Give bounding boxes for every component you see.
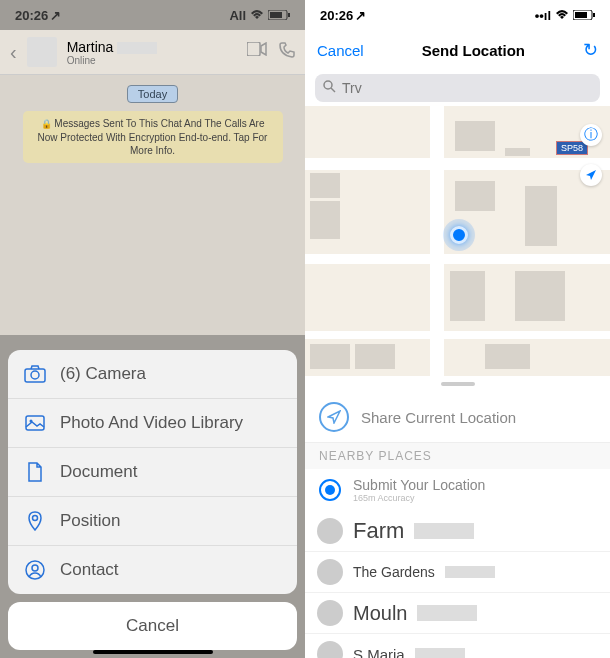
current-location-dot <box>450 226 468 244</box>
svg-point-8 <box>33 516 38 521</box>
svg-point-5 <box>31 371 39 379</box>
attachment-action-sheet: (6) Camera Photo And Video Library Docum… <box>0 342 305 658</box>
encryption-notice[interactable]: 🔒 Messages Sent To This Chat And The Cal… <box>23 111 283 163</box>
status-time: 20:26↗ <box>15 8 61 23</box>
place-row[interactable]: Farm <box>305 511 610 552</box>
sheet-label: (6) Camera <box>60 364 146 384</box>
position-icon <box>24 510 46 532</box>
sheet-item-position[interactable]: Position <box>8 497 297 546</box>
share-label: Share Current Location <box>361 409 516 426</box>
cancel-button[interactable]: Cancel <box>317 42 364 59</box>
camera-icon <box>24 363 46 385</box>
share-location-icon <box>319 402 349 432</box>
sheet-item-photo-library[interactable]: Photo And Video Library <box>8 399 297 448</box>
svg-point-10 <box>32 565 38 571</box>
photo-icon <box>24 412 46 434</box>
sheet-label: Photo And Video Library <box>60 413 243 433</box>
status-time: 20:26↗ <box>320 8 366 23</box>
place-name: The Gardens <box>353 564 435 580</box>
place-icon <box>317 559 343 585</box>
place-icon <box>317 518 343 544</box>
place-row[interactable]: The Gardens <box>305 552 610 593</box>
avatar[interactable] <box>27 37 57 67</box>
sheet-label: Contact <box>60 560 119 580</box>
carrier-label: All <box>229 8 246 23</box>
chat-body: Today 🔒 Messages Sent To This Chat And T… <box>0 75 305 335</box>
refresh-icon[interactable]: ↻ <box>583 39 598 61</box>
search-input[interactable] <box>342 80 592 96</box>
place-name: S Maria <box>353 646 405 659</box>
svg-rect-1 <box>270 12 282 18</box>
place-row[interactable]: S Maria <box>305 634 610 658</box>
drag-handle[interactable] <box>441 382 475 386</box>
submit-label: Submit Your Location <box>353 477 485 493</box>
svg-rect-3 <box>247 42 260 56</box>
phone-call-icon[interactable] <box>279 42 295 62</box>
status-bar: 20:26↗ ••ıl <box>305 0 610 30</box>
submit-accuracy: 165m Accuracy <box>353 493 485 503</box>
map[interactable]: SP58 ⓘ <box>305 106 610 376</box>
wifi-icon <box>250 8 264 23</box>
sheet-item-contact[interactable]: Contact <box>8 546 297 594</box>
sheet-label: Document <box>60 462 137 482</box>
svg-point-14 <box>324 81 332 89</box>
place-icon <box>317 600 343 626</box>
video-call-icon[interactable] <box>247 42 267 62</box>
search-bar[interactable] <box>315 74 600 102</box>
sheet-label: Position <box>60 511 120 531</box>
wifi-icon <box>555 8 569 23</box>
contact-name: Martina <box>67 39 114 55</box>
nearby-places-header: NEARBY PLACES <box>305 443 610 469</box>
contact-info[interactable]: Martina Online <box>67 39 237 66</box>
svg-rect-6 <box>26 416 44 430</box>
location-header: Cancel Send Location ↻ <box>305 30 610 70</box>
sheet-cancel-button[interactable]: Cancel <box>8 602 297 650</box>
sheet-item-camera[interactable]: (6) Camera <box>8 350 297 399</box>
status-bar: 20:26↗ All <box>0 0 305 30</box>
battery-icon <box>573 8 595 23</box>
signal-icon: ••ıl <box>535 8 551 23</box>
search-icon <box>323 79 336 97</box>
svg-line-15 <box>331 88 335 92</box>
locate-me-icon[interactable] <box>580 164 602 186</box>
place-row[interactable]: Mouln <box>305 593 610 634</box>
svg-rect-13 <box>593 13 595 17</box>
info-icon[interactable]: ⓘ <box>580 124 602 146</box>
battery-icon <box>268 8 290 23</box>
share-current-location[interactable]: Share Current Location <box>305 392 610 443</box>
back-icon[interactable]: ‹ <box>10 41 17 64</box>
svg-rect-12 <box>575 12 587 18</box>
sheet-item-document[interactable]: Document <box>8 448 297 497</box>
contact-status: Online <box>67 55 237 66</box>
place-name: Mouln <box>353 602 407 625</box>
radio-selected-icon <box>319 479 341 501</box>
contact-icon <box>24 559 46 581</box>
place-icon <box>317 641 343 658</box>
document-icon <box>24 461 46 483</box>
submit-location[interactable]: Submit Your Location 165m Accuracy <box>305 469 610 511</box>
today-chip: Today <box>127 85 178 103</box>
place-name: Farm <box>353 518 404 544</box>
chat-header: ‹ Martina Online <box>0 30 305 75</box>
page-title: Send Location <box>422 42 525 59</box>
svg-rect-2 <box>288 13 290 17</box>
